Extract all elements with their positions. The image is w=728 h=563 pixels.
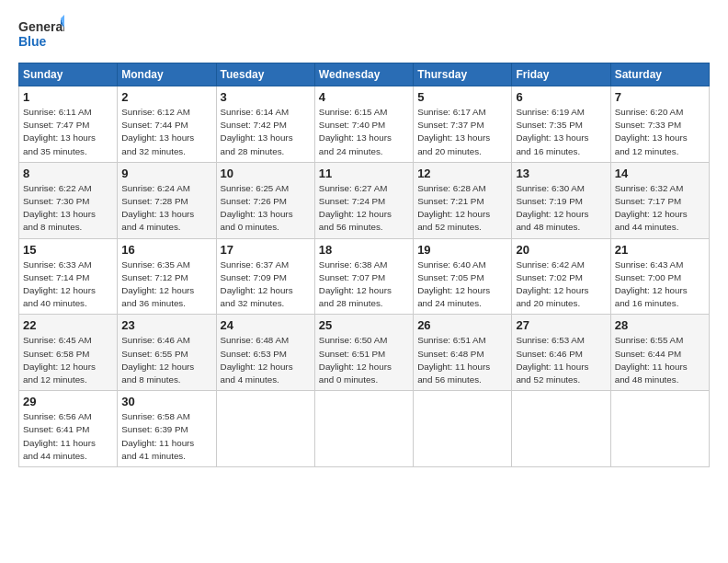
svg-text:Blue: Blue: [18, 34, 47, 49]
day-info: Sunrise: 6:48 AM Sunset: 6:53 PM Dayligh…: [221, 334, 311, 386]
day-cell: [314, 391, 413, 467]
day-info: Sunrise: 6:38 AM Sunset: 7:07 PM Dayligh…: [319, 259, 409, 311]
day-number: 19: [417, 243, 507, 257]
day-cell: 23Sunrise: 6:46 AM Sunset: 6:55 PM Dayli…: [118, 315, 216, 391]
day-cell: 26Sunrise: 6:51 AM Sunset: 6:48 PM Dayli…: [414, 315, 512, 391]
day-cell: 7Sunrise: 6:20 AM Sunset: 7:33 PM Daylig…: [610, 86, 709, 163]
header-sunday: Sunday: [19, 63, 118, 86]
calendar-table: SundayMondayTuesdayWednesdayThursdayFrid…: [18, 63, 710, 467]
day-info: Sunrise: 6:53 AM Sunset: 6:46 PM Dayligh…: [516, 334, 606, 386]
svg-text:General: General: [18, 19, 64, 34]
day-number: 3: [221, 90, 311, 104]
header-thursday: Thursday: [414, 63, 512, 86]
calendar-header-row: SundayMondayTuesdayWednesdayThursdayFrid…: [19, 63, 710, 86]
week-row-4: 22Sunrise: 6:45 AM Sunset: 6:58 PM Dayli…: [19, 315, 710, 391]
day-cell: 30Sunrise: 6:58 AM Sunset: 6:39 PM Dayli…: [118, 391, 216, 467]
day-info: Sunrise: 6:40 AM Sunset: 7:05 PM Dayligh…: [417, 259, 507, 311]
day-number: 5: [417, 90, 507, 104]
day-info: Sunrise: 6:33 AM Sunset: 7:14 PM Dayligh…: [23, 259, 113, 311]
day-info: Sunrise: 6:30 AM Sunset: 7:19 PM Dayligh…: [516, 182, 606, 235]
day-cell: 16Sunrise: 6:35 AM Sunset: 7:12 PM Dayli…: [118, 238, 216, 315]
day-cell: [414, 391, 512, 467]
day-info: Sunrise: 6:35 AM Sunset: 7:12 PM Dayligh…: [121, 259, 211, 311]
week-row-2: 8Sunrise: 6:22 AM Sunset: 7:30 PM Daylig…: [19, 162, 710, 238]
day-info: Sunrise: 6:58 AM Sunset: 6:39 PM Dayligh…: [121, 410, 211, 463]
header: General Blue: [18, 15, 710, 55]
day-info: Sunrise: 6:45 AM Sunset: 6:58 PM Dayligh…: [23, 334, 113, 386]
day-number: 30: [121, 395, 211, 408]
header-monday: Monday: [118, 63, 216, 86]
day-number: 13: [516, 167, 606, 180]
day-number: 17: [221, 243, 311, 257]
day-info: Sunrise: 6:56 AM Sunset: 6:41 PM Dayligh…: [23, 410, 113, 463]
header-friday: Friday: [512, 63, 610, 86]
day-info: Sunrise: 6:27 AM Sunset: 7:24 PM Dayligh…: [319, 182, 409, 235]
day-number: 1: [23, 90, 113, 104]
header-tuesday: Tuesday: [216, 63, 314, 86]
day-cell: 19Sunrise: 6:40 AM Sunset: 7:05 PM Dayli…: [414, 238, 512, 315]
day-cell: 2Sunrise: 6:12 AM Sunset: 7:44 PM Daylig…: [118, 86, 216, 163]
day-number: 22: [23, 318, 113, 332]
day-info: Sunrise: 6:20 AM Sunset: 7:33 PM Dayligh…: [615, 106, 705, 158]
day-number: 10: [221, 167, 311, 180]
logo: General Blue: [18, 15, 64, 55]
day-info: Sunrise: 6:12 AM Sunset: 7:44 PM Dayligh…: [121, 106, 211, 158]
day-info: Sunrise: 6:28 AM Sunset: 7:21 PM Dayligh…: [417, 182, 507, 235]
week-row-3: 15Sunrise: 6:33 AM Sunset: 7:14 PM Dayli…: [19, 238, 710, 315]
day-info: Sunrise: 6:51 AM Sunset: 6:48 PM Dayligh…: [417, 334, 507, 386]
logo-svg: General Blue: [18, 15, 64, 55]
day-info: Sunrise: 6:24 AM Sunset: 7:28 PM Dayligh…: [121, 182, 211, 235]
day-number: 18: [319, 243, 409, 257]
day-number: 28: [615, 318, 705, 332]
day-cell: 27Sunrise: 6:53 AM Sunset: 6:46 PM Dayli…: [512, 315, 610, 391]
day-cell: 25Sunrise: 6:50 AM Sunset: 6:51 PM Dayli…: [314, 315, 413, 391]
day-cell: [216, 391, 314, 467]
day-cell: 8Sunrise: 6:22 AM Sunset: 7:30 PM Daylig…: [19, 162, 118, 238]
day-info: Sunrise: 6:19 AM Sunset: 7:35 PM Dayligh…: [516, 106, 606, 158]
day-info: Sunrise: 6:14 AM Sunset: 7:42 PM Dayligh…: [221, 106, 311, 158]
day-cell: 10Sunrise: 6:25 AM Sunset: 7:26 PM Dayli…: [216, 162, 314, 238]
day-cell: 6Sunrise: 6:19 AM Sunset: 7:35 PM Daylig…: [512, 86, 610, 163]
day-info: Sunrise: 6:17 AM Sunset: 7:37 PM Dayligh…: [417, 106, 507, 158]
day-number: 11: [319, 167, 409, 180]
day-number: 6: [516, 90, 606, 104]
week-row-5: 29Sunrise: 6:56 AM Sunset: 6:41 PM Dayli…: [19, 391, 710, 467]
day-info: Sunrise: 6:11 AM Sunset: 7:47 PM Dayligh…: [23, 106, 113, 158]
day-number: 23: [121, 318, 211, 332]
day-cell: 13Sunrise: 6:30 AM Sunset: 7:19 PM Dayli…: [512, 162, 610, 238]
day-info: Sunrise: 6:37 AM Sunset: 7:09 PM Dayligh…: [221, 259, 311, 311]
day-number: 14: [615, 167, 705, 180]
day-info: Sunrise: 6:15 AM Sunset: 7:40 PM Dayligh…: [319, 106, 409, 158]
day-cell: 15Sunrise: 6:33 AM Sunset: 7:14 PM Dayli…: [19, 238, 118, 315]
day-number: 7: [615, 90, 705, 104]
day-cell: 28Sunrise: 6:55 AM Sunset: 6:44 PM Dayli…: [610, 315, 709, 391]
day-number: 29: [23, 395, 113, 408]
day-info: Sunrise: 6:50 AM Sunset: 6:51 PM Dayligh…: [319, 334, 409, 386]
day-number: 25: [319, 318, 409, 332]
day-number: 26: [417, 318, 507, 332]
day-cell: [512, 391, 610, 467]
day-cell: 9Sunrise: 6:24 AM Sunset: 7:28 PM Daylig…: [118, 162, 216, 238]
day-cell: 24Sunrise: 6:48 AM Sunset: 6:53 PM Dayli…: [216, 315, 314, 391]
day-cell: 20Sunrise: 6:42 AM Sunset: 7:02 PM Dayli…: [512, 238, 610, 315]
day-info: Sunrise: 6:46 AM Sunset: 6:55 PM Dayligh…: [121, 334, 211, 386]
day-number: 16: [121, 243, 211, 257]
header-saturday: Saturday: [610, 63, 709, 86]
week-row-1: 1Sunrise: 6:11 AM Sunset: 7:47 PM Daylig…: [19, 86, 710, 163]
header-wednesday: Wednesday: [314, 63, 413, 86]
day-number: 15: [23, 243, 113, 257]
day-cell: 18Sunrise: 6:38 AM Sunset: 7:07 PM Dayli…: [314, 238, 413, 315]
day-number: 21: [615, 243, 705, 257]
day-number: 9: [121, 167, 211, 180]
day-info: Sunrise: 6:22 AM Sunset: 7:30 PM Dayligh…: [23, 182, 113, 235]
day-cell: 14Sunrise: 6:32 AM Sunset: 7:17 PM Dayli…: [610, 162, 709, 238]
day-number: 12: [417, 167, 507, 180]
day-number: 8: [23, 167, 113, 180]
day-number: 27: [516, 318, 606, 332]
day-number: 24: [221, 318, 311, 332]
day-cell: 12Sunrise: 6:28 AM Sunset: 7:21 PM Dayli…: [414, 162, 512, 238]
day-info: Sunrise: 6:32 AM Sunset: 7:17 PM Dayligh…: [615, 182, 705, 235]
day-cell: [610, 391, 709, 467]
day-cell: 1Sunrise: 6:11 AM Sunset: 7:47 PM Daylig…: [19, 86, 118, 163]
day-number: 2: [121, 90, 211, 104]
